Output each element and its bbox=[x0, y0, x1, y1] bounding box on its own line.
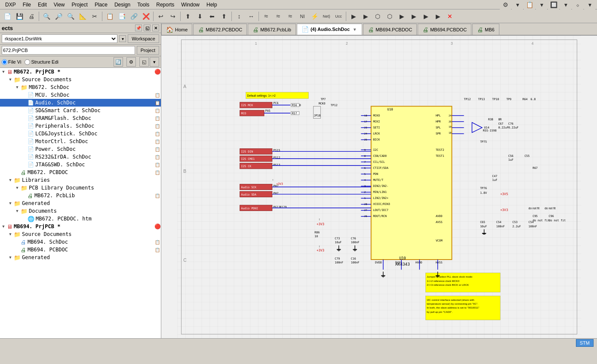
menu-tools[interactable]: Tools bbox=[134, 1, 153, 9]
tree-lcd-schdoc[interactable]: 📄 LCD&Joystick. SchDoc 📋 bbox=[0, 130, 161, 138]
tree-sram-schdoc[interactable]: 📄 SRAM&Flash. SchDoc 📋 bbox=[0, 114, 161, 122]
tb-wave1[interactable]: ≈ bbox=[261, 11, 272, 22]
project-button[interactable]: Project bbox=[137, 46, 159, 55]
tree-source-docs2[interactable]: ▼ 📁 Source Documents bbox=[0, 230, 161, 238]
menu-design[interactable]: Design bbox=[111, 1, 134, 9]
tree-motor-schdoc[interactable]: 📄 MotorCtrl. SchDoc 📋 bbox=[0, 138, 161, 145]
tb-paste[interactable]: 🔗 bbox=[128, 11, 139, 22]
tb-comp8[interactable]: ▶ bbox=[432, 11, 443, 22]
toolbar-right-btn2[interactable]: ▾ bbox=[512, 0, 523, 10]
tb-redo[interactable]: ↪ bbox=[167, 11, 178, 22]
tab-audio-schdoc[interactable]: 📄 (4) Audio.SchDoc ▾ bbox=[297, 24, 362, 35]
tree-mcu-schdoc[interactable]: 📄 MCU. SchDoc 📋 bbox=[0, 91, 161, 99]
tb-comp1[interactable]: ▶ bbox=[348, 11, 359, 22]
tree-mb672-proj[interactable]: ▼ 🖥 MB672. PrjPCB * 🔴 bbox=[0, 68, 161, 76]
view-config-btn[interactable]: ⚙ bbox=[126, 57, 136, 67]
expander-mb694[interactable]: ▼ bbox=[0, 224, 7, 229]
tb-cut[interactable]: 📋 bbox=[104, 11, 115, 22]
tab-mb6-partial[interactable]: 🖨 MB6 bbox=[472, 24, 499, 35]
tree-generated2[interactable]: ▼ 📁 Generated bbox=[0, 254, 161, 261]
tree-sd-schdoc[interactable]: 📄 SD&Smart Card. SchDoc 📋 bbox=[0, 107, 161, 114]
tb-comp2[interactable]: ▶ bbox=[360, 11, 371, 22]
toolbar-right-btn5[interactable]: 🔲 bbox=[548, 0, 559, 10]
view-refresh-btn[interactable]: 🔄 bbox=[114, 57, 123, 67]
toolbar-right-btn3[interactable]: 📋 bbox=[524, 0, 535, 10]
expander-mb672-sch[interactable]: ▼ bbox=[14, 85, 21, 89]
tb-copy[interactable]: 📑 bbox=[116, 11, 127, 22]
tb-new[interactable]: 📄 bbox=[2, 11, 13, 22]
tb-delete[interactable]: ❌ bbox=[140, 11, 151, 22]
workspace-select[interactable]: rkspace1.DsnWrk bbox=[2, 34, 117, 43]
tab-home[interactable]: 🏠 Home bbox=[161, 24, 192, 35]
schematic-canvas[interactable]: A B C 1 2 3 4 AK4343 U10 U10 MCKO MCK bbox=[161, 36, 597, 338]
tab-mb672-pcbdoc[interactable]: 🖨 MB672.PCBDOC bbox=[193, 24, 247, 35]
menu-file[interactable]: File bbox=[19, 1, 34, 9]
expander-generated2[interactable]: ▼ bbox=[7, 255, 14, 260]
menu-reports[interactable]: Reports bbox=[153, 1, 178, 9]
tree-periph-schdoc[interactable]: 📄 Peripherals. SchDoc 📋 bbox=[0, 122, 161, 130]
expander-documents[interactable]: ▼ bbox=[14, 209, 21, 213]
tb-zoom-area[interactable]: 🔎 bbox=[53, 11, 64, 22]
view-icon2[interactable]: ▾ bbox=[150, 57, 159, 67]
file-view-radio[interactable]: File Vi bbox=[2, 59, 21, 65]
tree-mb672-pcbdoc[interactable]: 🖨 MB672. PCBDOC 📋 bbox=[0, 168, 161, 176]
structure-view-radio[interactable]: Structure Edi bbox=[25, 59, 58, 65]
tab-audio-close[interactable]: ▾ bbox=[351, 26, 357, 32]
menu-help[interactable]: Help bbox=[203, 1, 221, 9]
tab-mb694-pcbdoc2[interactable]: 🖨 MB694.PCBDOC bbox=[418, 24, 471, 35]
tb-net[interactable]: Net) bbox=[321, 11, 332, 22]
tb-comp6[interactable]: ▶ bbox=[408, 11, 419, 22]
menu-place[interactable]: Place bbox=[91, 1, 111, 9]
expander-mb672[interactable]: ▼ bbox=[0, 70, 7, 74]
tb-wave3[interactable]: ≈ bbox=[285, 11, 296, 22]
menu-edit[interactable]: Edit bbox=[34, 1, 50, 9]
tree-libraries[interactable]: ▼ 📁 Libraries bbox=[0, 176, 161, 184]
tb-zoom-sel[interactable]: 🔍 bbox=[65, 11, 76, 22]
tree-mb672-htm[interactable]: 🌐 MB672. PCBDOC. htm bbox=[0, 215, 161, 223]
menu-project[interactable]: Project bbox=[68, 1, 91, 9]
tree-power-schdoc[interactable]: 📄 Power. SchDoc 📋 bbox=[0, 145, 161, 153]
workspace-button[interactable]: Workspace bbox=[128, 34, 159, 43]
tree-audio-schdoc[interactable]: 📄 Audio. SchDoc 📋 bbox=[0, 99, 161, 107]
toolbar-right-btn1[interactable]: ⚙ bbox=[500, 0, 511, 10]
tb-save-all[interactable]: 🖨 bbox=[26, 11, 37, 22]
sidebar-close-btn[interactable]: ✕ bbox=[152, 24, 159, 31]
tree-mb694-pcbdoc[interactable]: 🖨 MB694. PCBDOC 📋 bbox=[0, 246, 161, 254]
tb-distribute[interactable]: ↔ bbox=[246, 11, 257, 22]
tb-move-down[interactable]: ⬇ bbox=[194, 11, 206, 22]
tb-zoom-out[interactable]: ✂ bbox=[89, 11, 100, 22]
sidebar-pin-btn[interactable]: 📌 bbox=[135, 24, 142, 31]
tree-mb694-schdoc[interactable]: 🖨 MB694. SchDoc 📋 bbox=[0, 238, 161, 246]
menu-dxp[interactable]: DXP bbox=[2, 1, 19, 9]
tb-wave2[interactable]: ≈ bbox=[273, 11, 284, 22]
tree-mb694-proj[interactable]: ▼ 🖥 MB694. PrjPCB * 🔴 bbox=[0, 223, 161, 230]
tree-source-docs[interactable]: ▼ 📁 Source Documents bbox=[0, 76, 161, 83]
tb-move-right[interactable]: ⬆ bbox=[218, 11, 230, 22]
tb-wave5[interactable]: ⚡ bbox=[309, 11, 320, 22]
tree-mb672-schdoc[interactable]: ▼ 📁 MB672. SchDoc bbox=[0, 83, 161, 91]
tb-comp3[interactable]: ⬡ bbox=[372, 11, 383, 22]
tree-mb672-pcblib[interactable]: 🖨 MB672. PcbLib 📋 bbox=[0, 192, 161, 199]
project-name-input[interactable] bbox=[2, 46, 135, 55]
expander-libraries[interactable]: ▼ bbox=[7, 178, 14, 182]
tree-generated[interactable]: ▼ 📁 Generated bbox=[0, 199, 161, 207]
tb-move-left[interactable]: ⬅ bbox=[206, 11, 218, 22]
tb-power[interactable]: Ucc bbox=[333, 11, 344, 22]
tb-save[interactable]: 💾 bbox=[14, 11, 25, 22]
toolbar-right-btn7[interactable]: ⬦ bbox=[572, 0, 583, 10]
tb-comp5[interactable]: ▶ bbox=[396, 11, 407, 22]
toolbar-right-btn6[interactable]: ▾ bbox=[560, 0, 571, 10]
toolbar-right-btn4[interactable]: ▾ bbox=[536, 0, 547, 10]
toolbar-right-btn8[interactable]: ▾ bbox=[584, 0, 595, 10]
menu-window[interactable]: Window bbox=[178, 1, 203, 9]
tb-comp4[interactable]: ⬡ bbox=[384, 11, 395, 22]
workspace-dropdown-btn[interactable]: ▾ bbox=[119, 35, 126, 42]
expander-pcblibdocs[interactable]: ▼ bbox=[14, 186, 21, 190]
tree-rs232-schdoc[interactable]: 📄 RS232&IrDA. SchDoc 📋 bbox=[0, 153, 161, 161]
sidebar-float-btn[interactable]: ◱ bbox=[144, 24, 151, 31]
tab-mb694-pcbdoc1[interactable]: 🖨 MB694.PCBDOC bbox=[363, 24, 417, 35]
tb-align[interactable]: ↕ bbox=[234, 11, 245, 22]
tree-jtag-schdoc[interactable]: 📄 JTAG&SWD. SchDoc 📋 bbox=[0, 161, 161, 168]
tab-mb672-pcblib[interactable]: 🖨 MB672.PcbLib bbox=[248, 24, 296, 35]
expander-generated[interactable]: ▼ bbox=[7, 201, 14, 205]
